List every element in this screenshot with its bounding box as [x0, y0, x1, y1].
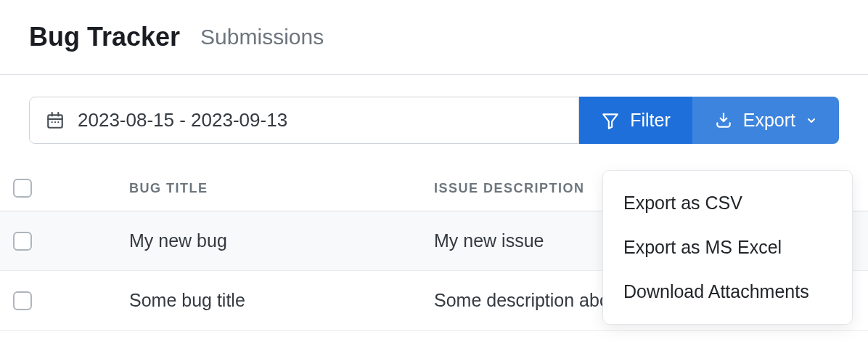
export-dropdown: Export as CSV Export as MS Excel Downloa… — [602, 170, 853, 325]
date-range-input[interactable]: 2023-08-15 - 2023-09-13 — [29, 97, 579, 144]
column-header-bug-title[interactable]: Bug Title — [57, 181, 434, 196]
app-subtitle[interactable]: Submissions — [200, 25, 324, 49]
filter-icon — [601, 111, 620, 130]
select-all-checkbox[interactable] — [13, 179, 32, 198]
export-button-label: Export — [743, 110, 795, 131]
cell-bug-title: Some bug title — [57, 290, 434, 311]
row-checkbox[interactable] — [13, 232, 32, 251]
app-title: Bug Tracker — [29, 22, 180, 52]
calendar-icon — [46, 111, 65, 130]
download-icon — [714, 111, 733, 130]
export-excel-item[interactable]: Export as MS Excel — [603, 225, 852, 270]
download-attachments-item[interactable]: Download Attachments — [603, 270, 852, 314]
toolbar: 2023-08-15 - 2023-09-13 Filter Export — [0, 75, 868, 144]
export-button[interactable]: Export — [692, 97, 839, 144]
cell-bug-title: My new bug — [57, 230, 434, 251]
header: Bug Tracker Submissions — [0, 0, 868, 74]
export-csv-item[interactable]: Export as CSV — [603, 181, 852, 225]
chevron-down-icon — [806, 115, 817, 126]
svg-marker-7 — [603, 114, 618, 129]
row-checkbox[interactable] — [13, 291, 32, 310]
filter-button-label: Filter — [630, 110, 671, 131]
date-range-value: 2023-08-15 - 2023-09-13 — [78, 109, 287, 132]
filter-button[interactable]: Filter — [579, 97, 692, 144]
